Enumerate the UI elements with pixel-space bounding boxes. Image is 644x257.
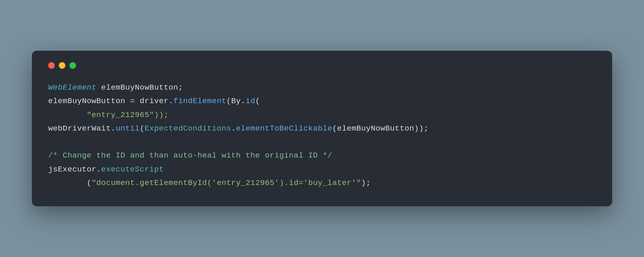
- method-executeScript: executeScript: [101, 165, 164, 174]
- method-until: until: [116, 124, 140, 133]
- code-line-2: elemBuyNowButton = driver.findElement(By…: [48, 95, 596, 108]
- code-line-6: /* Change the ID and than auto-heal with…: [48, 149, 596, 162]
- code-text: (: [48, 178, 92, 187]
- code-line-5: [48, 135, 596, 149]
- minimize-button[interactable]: [59, 62, 65, 69]
- code-text: webDriverWait.: [48, 124, 116, 133]
- titlebar: [48, 62, 596, 69]
- code-text: (elemBuyNowButton));: [332, 124, 429, 133]
- code-text: (By.: [226, 97, 246, 106]
- code-line-7: jsExecutor.executeScript: [48, 163, 596, 176]
- keyword-webelement: WebElement: [48, 83, 96, 92]
- code-line-4: webDriverWait.until(ExpectedConditions.e…: [48, 122, 596, 135]
- method-id: id: [246, 97, 255, 106]
- code-text: .: [231, 124, 236, 133]
- code-window: WebElement elemBuyNowButton; elemBuyNowB…: [32, 51, 612, 206]
- code-line-8: ("document.getElementById('entry_212965'…: [48, 176, 596, 190]
- method-findElement: findElement: [173, 97, 226, 106]
- close-button[interactable]: [48, 62, 55, 69]
- class-expectedconditions: ExpectedConditions: [145, 124, 231, 133]
- comment-text: /* Change the ID and than auto-heal with…: [48, 151, 332, 160]
- method-elementToBeClickable: elementToBeClickable: [236, 124, 333, 133]
- string-entry-id: "entry_212965"));: [48, 110, 169, 119]
- code-line-3: "entry_212965"));: [48, 108, 596, 122]
- code-text: (: [255, 97, 260, 106]
- maximize-button[interactable]: [69, 62, 76, 69]
- code-text: elemBuyNowButton;: [96, 83, 183, 92]
- string-execute-script: "document.getElementById('entry_212965')…: [92, 178, 361, 187]
- code-text: (: [140, 124, 145, 133]
- code-text: );: [361, 178, 371, 187]
- code-line-1: WebElement elemBuyNowButton;: [48, 81, 596, 95]
- code-text: jsExecutor.: [48, 165, 101, 174]
- code-text: elemBuyNowButton = driver.: [48, 97, 173, 106]
- code-block: WebElement elemBuyNowButton; elemBuyNowB…: [48, 81, 596, 190]
